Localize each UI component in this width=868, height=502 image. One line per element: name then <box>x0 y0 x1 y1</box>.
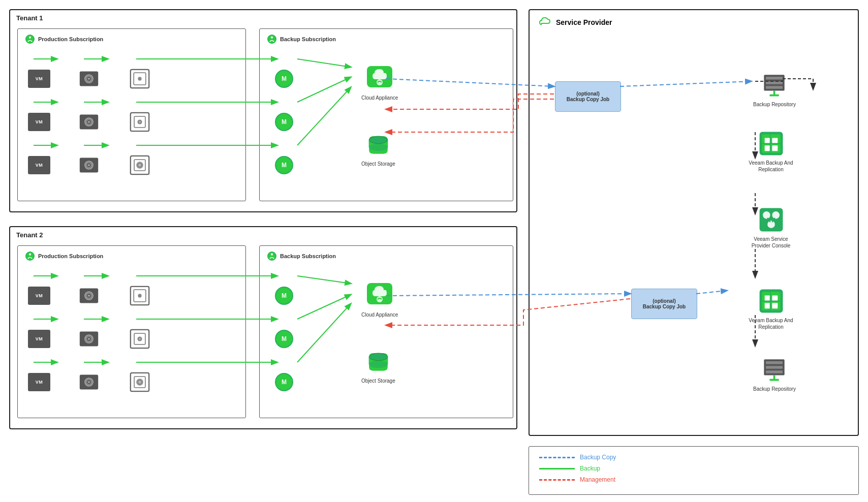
tenant1-production-label: Production Subscription <box>25 34 103 44</box>
m-circle-t1-1: M <box>275 70 293 88</box>
service-provider-label: Service Provider <box>556 18 612 26</box>
service-provider-box: Service Provider (optional)Backup Copy J… <box>529 9 859 436</box>
backup-repository-1-label: Backup Repository <box>753 101 796 108</box>
backup-repository-2-label: Backup Repository <box>753 386 796 392</box>
snapshot-icon-1 <box>130 69 150 89</box>
object-storage-label-t1: Object Storage <box>361 161 395 167</box>
svg-point-31 <box>369 144 388 151</box>
backup-subscription-icon-1 <box>267 34 277 44</box>
tenant2-production-box: Production Subscription VM <box>17 245 246 418</box>
vm-icon-t2-1: VM <box>28 287 50 305</box>
snapshot-icon-t2-3 <box>130 372 150 392</box>
veeam-spc-icon <box>757 206 785 234</box>
svg-rect-74 <box>764 145 770 151</box>
svg-point-1 <box>29 37 31 39</box>
tenant1-backup-box: Backup Subscription M M M Cloud Ap <box>259 28 513 201</box>
disk1-row2 <box>79 112 99 132</box>
svg-rect-98 <box>770 379 779 381</box>
tenant1-label: Tenant 1 <box>16 14 43 22</box>
backup-copy-job-1-label: (optional)Backup Copy Job <box>567 91 609 102</box>
disk2-row1 <box>79 286 99 306</box>
svg-point-16 <box>139 121 141 123</box>
disk2-row2 <box>79 329 99 349</box>
svg-point-33 <box>29 254 31 256</box>
legend-box: Backup Copy Backup Management <box>529 446 859 495</box>
disk2-row3 <box>79 372 99 392</box>
backup-copy-job-2: (optional)Backup Copy Job <box>631 289 697 319</box>
vm1-row2: VM <box>28 113 50 131</box>
veeam-backup-replication-2: Veeam Backup And Replication <box>748 287 794 330</box>
svg-rect-87 <box>764 296 770 301</box>
snapshot-icon-2 <box>130 112 150 132</box>
svg-point-80 <box>772 211 780 219</box>
vm2-row2: VM <box>28 330 50 348</box>
disk-icon-t2-2 <box>79 329 99 349</box>
production-subscription-icon-2 <box>25 251 35 261</box>
snapshot1-row2 <box>130 112 150 132</box>
svg-rect-72 <box>764 138 770 144</box>
legend-line-management <box>539 479 575 481</box>
svg-point-81 <box>767 221 775 228</box>
svg-rect-90 <box>772 303 778 308</box>
diagram-container: Tenant 1 Production Subscription VM <box>0 0 868 502</box>
cloud-appliance-label-t1: Cloud Appliance <box>361 95 398 101</box>
snapshot2-row1 <box>130 286 150 306</box>
m-circle-t1-2: M <box>275 113 293 131</box>
svg-point-37 <box>88 295 90 297</box>
vm-icon-2: VM <box>28 113 50 131</box>
vm1-row1: VM <box>28 70 50 88</box>
svg-point-79 <box>763 211 770 219</box>
svg-point-26 <box>271 37 273 39</box>
cloud-appliance-icon-t2 <box>364 279 395 309</box>
backup-repository-icon-2 <box>760 356 788 384</box>
m-icon-t2-3: M <box>275 373 293 391</box>
m-circle-t1-3: M <box>275 156 293 174</box>
tenant2-backup-label: Backup Subscription <box>267 251 336 261</box>
backup-copy-job-2-label: (optional)Backup Copy Job <box>643 298 686 309</box>
svg-point-32 <box>26 252 35 261</box>
production-subscription-icon <box>25 34 35 44</box>
m-icon-t2-2: M <box>275 330 293 348</box>
object-storage-icon-t2 <box>364 348 392 375</box>
legend-backup: Backup <box>539 465 848 472</box>
svg-rect-95 <box>766 366 783 369</box>
veeam-backup-icon-1 <box>757 130 785 158</box>
veeam-backup-replication-1: Veeam Backup And Replication <box>748 130 794 173</box>
m-circle-t2-1: M <box>275 287 293 305</box>
legend-backup-copy-label: Backup Copy <box>580 454 616 461</box>
vm-icon-1: VM <box>28 70 50 88</box>
svg-rect-65 <box>766 77 783 80</box>
vm-icon-t2-3: VM <box>28 373 50 391</box>
svg-rect-73 <box>772 138 778 144</box>
tenant1-backup-label: Backup Subscription <box>267 34 336 44</box>
object-storage-t2: Object Storage <box>361 348 395 384</box>
svg-rect-88 <box>772 296 778 301</box>
tenant1-box: Tenant 1 Production Subscription VM <box>9 9 517 212</box>
disk1-row1 <box>79 69 99 89</box>
svg-point-60 <box>377 296 383 302</box>
svg-point-44 <box>88 338 90 340</box>
svg-point-24 <box>138 164 141 166</box>
svg-point-0 <box>26 35 35 44</box>
m-icon-t1-3: M <box>275 156 293 174</box>
svg-point-5 <box>88 78 90 80</box>
svg-point-28 <box>377 79 383 85</box>
tenant2-label: Tenant 2 <box>16 231 43 239</box>
disk1-row3 <box>79 155 99 175</box>
svg-rect-89 <box>764 303 770 308</box>
vm-icon-3: VM <box>28 156 50 174</box>
m-icon-t2-1: M <box>275 287 293 305</box>
snapshot-icon-t2-2 <box>130 329 150 349</box>
veeam-backup-icon-2 <box>757 287 785 315</box>
svg-point-8 <box>138 77 141 80</box>
svg-rect-69 <box>770 95 779 97</box>
svg-point-52 <box>88 381 90 383</box>
cloud-appliance-t1: Cloud Appliance <box>361 62 398 101</box>
m-icon-t1-2: M <box>275 113 293 131</box>
svg-rect-67 <box>766 86 783 89</box>
svg-point-12 <box>88 121 90 123</box>
backup-repository-2: Backup Repository <box>753 356 796 392</box>
veeam-spc-label: Veeam Service Provider Console <box>748 236 794 249</box>
svg-point-48 <box>139 338 141 340</box>
legend-backup-label: Backup <box>580 465 600 472</box>
